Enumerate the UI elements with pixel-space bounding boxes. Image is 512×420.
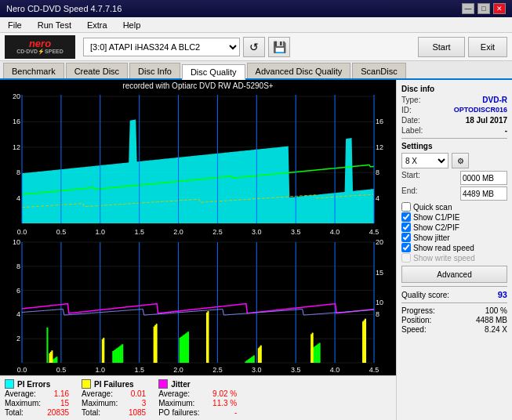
drive-select[interactable]: [3:0] ATAPI iHAS324 A BLC2: [83, 38, 240, 56]
quality-score-label: Quality score:: [401, 291, 449, 299]
nero-logo-subtitle: CD·DVD⚡SPEED: [16, 49, 64, 55]
show-c2pif-row: Show C2/PIF: [401, 223, 507, 232]
menu-run-test[interactable]: Run Test: [34, 20, 74, 31]
show-write-speed-label: Show write speed: [413, 254, 475, 262]
pi-failures-group: PI Failures Average: 0.01 Maximum: 3 Tot…: [82, 379, 146, 417]
pie-total-label: Total:: [5, 408, 24, 417]
quick-scan-label: Quick scan: [413, 203, 452, 212]
speed-select[interactable]: 8 X: [401, 153, 448, 168]
tab-advanced-disc-quality[interactable]: Advanced Disc Quality: [247, 63, 351, 78]
show-read-speed-label: Show read speed: [413, 244, 474, 252]
quick-scan-row: Quick scan: [401, 202, 507, 212]
save-button[interactable]: 💾: [268, 37, 290, 57]
disc-label-row: Label: -: [401, 126, 507, 135]
tab-scan-disc[interactable]: ScanDisc: [352, 63, 405, 78]
pie-maximum-value: 15: [60, 399, 69, 407]
close-button[interactable]: ✕: [493, 3, 506, 14]
pif-total-label: Total:: [82, 408, 100, 417]
pif-maximum-label: Maximum:: [82, 399, 118, 407]
show-jitter-row: Show jitter: [401, 233, 507, 242]
end-input[interactable]: [460, 186, 507, 201]
divider3: [401, 302, 507, 303]
show-c2pif-label: Show C2/PIF: [413, 223, 459, 232]
pie-label: PI Errors: [17, 380, 50, 389]
show-read-speed-checkbox[interactable]: [401, 243, 411, 252]
jitter-average-label: Average:: [158, 389, 190, 398]
show-write-speed-checkbox: [401, 253, 411, 262]
menu-extra[interactable]: Extra: [84, 20, 111, 31]
quality-score-value: 93: [498, 290, 507, 299]
pif-total-value: 1085: [129, 408, 146, 417]
pie-average-label: Average:: [5, 389, 36, 398]
end-label: End:: [401, 186, 418, 201]
show-c1pie-label: Show C1/PIE: [413, 213, 459, 222]
jitter-label: Jitter: [171, 380, 190, 389]
jitter-color-box: [158, 379, 168, 389]
show-jitter-checkbox[interactable]: [401, 233, 411, 242]
position-row: Position: 4488 MB: [401, 316, 507, 324]
position-label: Position:: [401, 316, 431, 324]
tab-disc-info[interactable]: Disc Info: [129, 63, 180, 78]
id-row: ID: OPTODISCR016: [401, 106, 507, 114]
speed-label: Speed:: [401, 325, 427, 334]
minimize-button[interactable]: —: [462, 3, 474, 14]
maximize-button[interactable]: □: [478, 3, 490, 14]
disc-label-value: -: [505, 126, 507, 135]
exit-button[interactable]: Exit: [468, 37, 507, 57]
speed-row2: Speed: 8.24 X: [401, 325, 507, 334]
start-input[interactable]: [460, 171, 507, 185]
show-write-speed-row: Show write speed: [401, 253, 507, 262]
tab-create-disc[interactable]: Create Disc: [66, 63, 128, 78]
speed-row: 8 X ⚙: [401, 153, 507, 168]
progress-label: Progress:: [401, 306, 435, 315]
pie-average-value: 1.16: [54, 389, 69, 398]
menu-file[interactable]: File: [5, 20, 25, 31]
pie-total-value: 20835: [47, 408, 69, 417]
settings-title: Settings: [401, 142, 507, 150]
po-failures-label: PO failures:: [158, 408, 199, 417]
menu-help[interactable]: Help: [120, 20, 144, 31]
pif-maximum-value: 3: [142, 399, 147, 407]
id-value: OPTODISCR016: [454, 106, 507, 114]
speed-value: 8.24 X: [485, 325, 507, 334]
settings-icon-button[interactable]: ⚙: [452, 153, 469, 168]
position-value: 4488 MB: [476, 316, 507, 324]
show-c1pie-row: Show C1/PIE: [401, 212, 507, 222]
chart-panel: recorded with Optiarc DVD RW AD-5290S+ P…: [0, 80, 396, 420]
tabs-bar: Benchmark Create Disc Disc Info Disc Qua…: [0, 61, 512, 80]
date-row: Date: 18 Jul 2017: [401, 116, 507, 125]
nero-logo: nero CD·DVD⚡SPEED: [5, 35, 75, 59]
tab-disc-quality[interactable]: Disc Quality: [182, 64, 245, 80]
disc-label-label: Label:: [401, 126, 423, 135]
show-c2pif-checkbox[interactable]: [401, 223, 411, 232]
pif-average-value: 0.01: [131, 389, 146, 398]
start-label: Start:: [401, 171, 420, 185]
refresh-button[interactable]: ↺: [243, 37, 265, 57]
date-label: Date:: [401, 116, 420, 125]
pif-average-label: Average:: [82, 389, 113, 398]
right-panel: Disc info Type: DVD-R ID: OPTODISCR016 D…: [396, 80, 512, 420]
start-button[interactable]: Start: [418, 37, 465, 57]
quick-scan-checkbox[interactable]: [401, 202, 411, 212]
show-jitter-label: Show jitter: [413, 234, 450, 242]
divider2: [401, 286, 507, 287]
start-row: Start:: [401, 171, 507, 185]
jitter-maximum-value: 11.3 %: [212, 399, 237, 407]
po-failures-value: -: [234, 408, 237, 417]
disc-info-title: Disc info: [401, 85, 507, 93]
progress-row: Progress: 100 %: [401, 306, 507, 315]
tab-benchmark[interactable]: Benchmark: [3, 63, 64, 78]
stats-row: PI Errors Average: 1.16 Maximum: 15 Tota…: [0, 375, 396, 420]
title-bar: Nero CD-DVD Speed 4.7.7.16 — □ ✕: [0, 0, 512, 17]
jitter-average-value: 9.02 %: [212, 389, 237, 398]
show-read-speed-row: Show read speed: [401, 243, 507, 252]
advanced-button[interactable]: Advanced: [401, 266, 507, 283]
charts-container: [0, 93, 396, 375]
pie-maximum-label: Maximum:: [5, 399, 41, 407]
type-label: Type:: [401, 96, 420, 104]
jitter-group: Jitter Average: 9.02 % Maximum: 11.3 % P…: [158, 379, 237, 417]
show-c1pie-checkbox[interactable]: [401, 212, 411, 222]
type-value: DVD-R: [482, 96, 507, 104]
id-label: ID:: [401, 106, 412, 114]
chart-canvas: [0, 93, 396, 375]
